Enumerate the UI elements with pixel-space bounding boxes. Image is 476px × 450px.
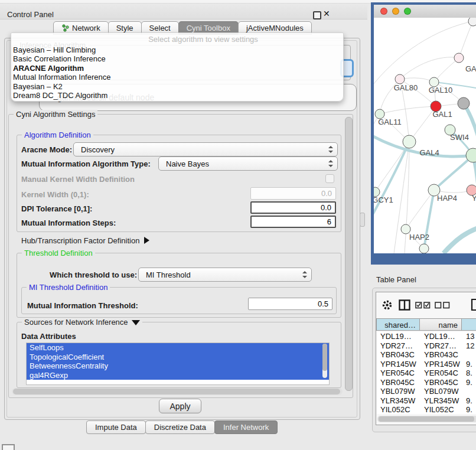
- table-cell: YIL052C: [420, 405, 462, 414]
- which-threshold-combobox[interactable]: MI Threshold: [138, 268, 312, 282]
- table-hscrollbar-thumb[interactable]: [379, 416, 474, 422]
- table-row[interactable]: YBL079WYBL079W: [377, 387, 476, 396]
- attributes-scrollbar-thumb[interactable]: [322, 344, 327, 371]
- aracne-mode-combobox[interactable]: Discovery: [73, 142, 338, 156]
- table-cell: YIL052C: [377, 405, 420, 414]
- network-node[interactable]: [468, 18, 476, 26]
- control-panel-titlebar: Control Panel ✕: [0, 4, 367, 19]
- which-threshold-label: Which threshold to use:: [50, 270, 137, 279]
- bottom-tab-impute-data[interactable]: Impute Data: [86, 420, 146, 434]
- table-row[interactable]: YIL052CYIL052C9.: [377, 405, 476, 414]
- select-all-checkboxes-icon[interactable]: [415, 302, 431, 309]
- table-cell: YBR043C: [420, 350, 462, 360]
- network-node-gal80[interactable]: [395, 74, 405, 84]
- algorithm-option[interactable]: ARACNE Algorithm: [11, 64, 343, 73]
- table-row[interactable]: YBR045CYBR045C9.: [377, 378, 476, 387]
- algorithm-option[interactable]: Bayesian – K2: [11, 82, 343, 91]
- table-cell: YDR27…: [377, 341, 420, 351]
- network-node-label: GCY1: [374, 195, 393, 204]
- algorithm-option[interactable]: Basic Correlation Inference: [11, 54, 343, 63]
- bottom-tab-infer-network[interactable]: Infer Network: [214, 420, 278, 434]
- table-row[interactable]: YBR043CYBR043C: [377, 350, 476, 360]
- apply-button[interactable]: Apply: [159, 399, 201, 413]
- mac-close-icon[interactable]: [380, 8, 387, 15]
- mi-steps-label: Mutual Information Steps:: [21, 219, 116, 227]
- mac-zoom-icon[interactable]: [404, 8, 411, 15]
- mi-steps-field[interactable]: [250, 216, 336, 228]
- float-window-icon[interactable]: [313, 11, 321, 19]
- kernel-width-field[interactable]: [250, 187, 336, 200]
- dpi-tolerance-field[interactable]: [250, 201, 336, 214]
- mi-threshold-field[interactable]: [248, 298, 332, 310]
- table-cell: 9.: [462, 405, 476, 414]
- network-node-gal4[interactable]: [403, 135, 416, 148]
- network-node-label: GAL1: [432, 110, 452, 119]
- mi-threshold-definition-title: MI Threshold Definition: [27, 283, 110, 292]
- table-row[interactable]: YER054CYER054C8.: [377, 369, 476, 378]
- algorithm-definition-title: Algorithm Definition: [22, 131, 93, 139]
- split-columns-icon[interactable]: [399, 299, 410, 311]
- mi-type-combobox[interactable]: Naive Bayes: [158, 156, 338, 171]
- data-attribute-item[interactable]: SelfLoops: [27, 343, 329, 353]
- table-cell: YPR145W: [377, 360, 420, 369]
- column-header-shared…[interactable]: shared…: [376, 318, 420, 331]
- table-row[interactable]: YDL19…YDL19…13: [377, 332, 476, 341]
- column-header-name[interactable]: name: [420, 318, 462, 331]
- collapsed-arrow-icon: [144, 237, 149, 244]
- network-node-label: GAL10: [429, 86, 452, 94]
- algorithm-option[interactable]: Dream8 DC_TDC Algorithm: [11, 91, 343, 100]
- data-attribute-item[interactable]: TopologicalCoefficient: [27, 353, 329, 362]
- table-cell: [462, 350, 476, 360]
- network-edge[interactable]: [434, 58, 459, 82]
- network-edge[interactable]: [434, 155, 473, 190]
- table-cell: 12: [462, 341, 476, 351]
- data-attributes-label: Data Attributes: [21, 332, 76, 341]
- data-attribute-item[interactable]: gal4RGexp: [27, 371, 329, 380]
- data-attribute-item[interactable]: BetweennessCentrality: [27, 361, 329, 371]
- manual-kernel-checkbox[interactable]: [325, 174, 334, 183]
- column-header-extra[interactable]: [462, 318, 476, 331]
- table-body: YDL19…YDL19…13YDR27…YDR27…12YBR043CYBR04…: [377, 332, 476, 414]
- algorithm-option[interactable]: Mutual Information Inference: [11, 73, 343, 81]
- hub-definition-expander[interactable]: Hub/Transcription Factor Definition: [21, 236, 149, 245]
- gear-icon[interactable]: [382, 299, 393, 311]
- table-row[interactable]: YDR27…YDR27…12: [377, 341, 476, 351]
- mac-minimize-icon[interactable]: [392, 8, 399, 15]
- network-node[interactable]: [419, 244, 429, 253]
- network-canvas[interactable]: GALGAL80GAL10GAL1GAL11SWI4GAL4GCY1HAP4YH…: [374, 18, 476, 253]
- deselect-all-checkboxes-icon[interactable]: [435, 302, 451, 309]
- table-horizontal-scrollbar: [377, 416, 476, 422]
- table-cell: YER054C: [377, 369, 420, 378]
- network-edge[interactable]: [400, 78, 434, 82]
- table-cell: YDL19…: [420, 332, 462, 341]
- settings-group-title: Cyni Algorithm Settings: [14, 110, 97, 119]
- algorithm-option[interactable]: Bayesian – Hill Climbing: [11, 45, 343, 54]
- network-edge[interactable]: [400, 57, 459, 79]
- algorithm-dropdown-popup: Select algorithm to view settings Bayesi…: [11, 32, 344, 102]
- network-edge[interactable]: [380, 106, 436, 114]
- manual-kernel-label: Manual Kernel Width Definition: [21, 175, 135, 184]
- close-icon[interactable]: ✕: [323, 9, 330, 18]
- spinner-icon: [328, 146, 333, 153]
- spinner-icon: [302, 271, 307, 278]
- dpi-tolerance-label: DPI Tolerance [0,1]:: [21, 204, 92, 213]
- bottom-tab-discretize-data[interactable]: Discretize Data: [145, 420, 215, 434]
- table-row[interactable]: YPR145WYPR145W9.: [377, 360, 476, 369]
- settings-vscrollbar-thumb[interactable]: [345, 117, 353, 391]
- settings-hscrollbar-thumb[interactable]: [13, 389, 340, 394]
- minimized-panel-icon[interactable]: [2, 444, 15, 450]
- hub-definition-label: Hub/Transcription Factor Definition: [21, 236, 139, 245]
- table-cell: 9.: [462, 396, 476, 406]
- panel-splitter[interactable]: [360, 213, 365, 227]
- aracne-mode-label: Aracne Mode:: [21, 145, 72, 154]
- table-row[interactable]: YLR345WYLR345W9.: [377, 396, 476, 406]
- network-node[interactable]: [458, 97, 470, 109]
- network-edge[interactable]: [444, 227, 476, 253]
- table-cell: YER054C: [420, 369, 462, 378]
- network-node-label: HAP2: [409, 233, 429, 242]
- network-edge[interactable]: [459, 21, 473, 58]
- network-node-label: GAL11: [378, 118, 402, 126]
- network-node-gal[interactable]: [454, 53, 464, 63]
- export-table-icon[interactable]: [471, 298, 476, 311]
- mi-type-value: Naive Bayes: [166, 159, 209, 168]
